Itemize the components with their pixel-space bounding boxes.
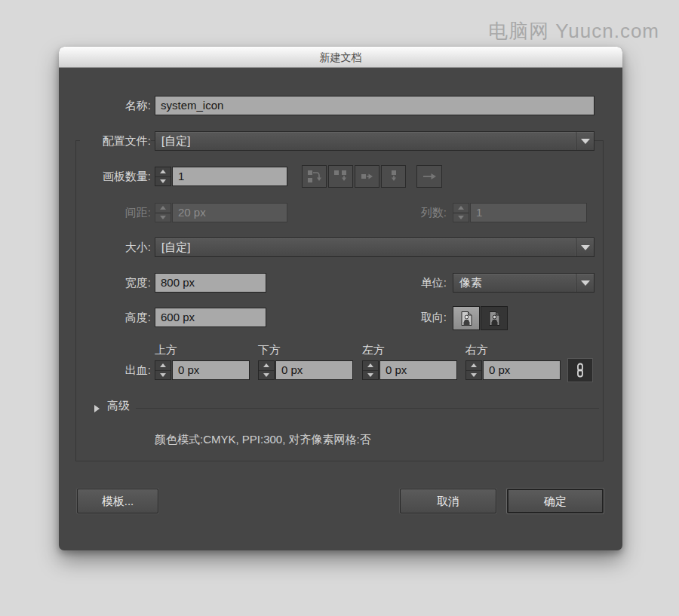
stepper-up-button[interactable] bbox=[259, 361, 274, 370]
portrait-orientation-button[interactable] bbox=[453, 306, 480, 330]
profile-dropdown-arrow-button[interactable] bbox=[576, 132, 594, 150]
stepper-up-icon bbox=[471, 363, 477, 367]
bleed-label: 出血: bbox=[74, 360, 151, 380]
advanced-section-toggle[interactable]: 高级 bbox=[107, 399, 130, 413]
watermark: 电脑网 Yuucn.com bbox=[488, 18, 659, 44]
bleed-left-header: 左方 bbox=[362, 343, 385, 356]
cancel-button[interactable]: 取消 bbox=[400, 489, 496, 513]
stepper-down-icon bbox=[160, 216, 166, 219]
chevron-down-icon bbox=[581, 139, 590, 144]
stepper-down-button[interactable] bbox=[466, 370, 481, 380]
orientation-buttons bbox=[453, 306, 508, 330]
stepper-down-button bbox=[155, 213, 171, 222]
units-label: 单位: bbox=[385, 273, 447, 293]
units-dropdown-arrow-button[interactable] bbox=[576, 274, 594, 292]
stepper-up-icon bbox=[367, 363, 373, 367]
bleed-top-stepper bbox=[155, 360, 171, 380]
units-dropdown[interactable]: 像素 bbox=[453, 273, 595, 293]
bleed-top-header: 上方 bbox=[155, 343, 177, 356]
stepper-down-button[interactable] bbox=[155, 370, 171, 380]
stepper-up-icon bbox=[263, 363, 269, 367]
size-dropdown[interactable]: [自定] bbox=[155, 238, 595, 257]
profile-dropdown[interactable]: [自定] bbox=[155, 131, 595, 151]
bleed-left-stepper bbox=[362, 360, 379, 380]
columns-label: 列数: bbox=[385, 203, 447, 222]
layout-direction-arrow-icon bbox=[421, 169, 438, 184]
stepper-up-button[interactable] bbox=[155, 167, 171, 176]
stepper-down-button[interactable] bbox=[363, 370, 378, 380]
stepper-up-icon bbox=[160, 170, 166, 173]
grid-by-column-button[interactable] bbox=[328, 165, 353, 188]
stepper-down-icon bbox=[367, 373, 373, 377]
arrange-by-column-icon bbox=[386, 169, 402, 184]
stepper-down-icon bbox=[458, 216, 464, 219]
ok-button[interactable]: 确定 bbox=[507, 489, 604, 513]
name-input[interactable]: system_icon bbox=[155, 96, 595, 115]
units-value: 像素 bbox=[459, 276, 482, 289]
portrait-orientation-icon bbox=[460, 311, 473, 326]
stepper-down-button[interactable] bbox=[259, 370, 274, 380]
chevron-down-icon bbox=[581, 245, 590, 250]
stepper-up-icon bbox=[160, 206, 166, 210]
stepper-down-icon bbox=[471, 373, 477, 377]
height-input[interactable]: 600 px bbox=[155, 308, 266, 327]
bleed-right-header: 右方 bbox=[465, 343, 488, 356]
size-label: 大小: bbox=[74, 238, 151, 257]
stepper-down-icon bbox=[160, 373, 166, 377]
grid-by-row-button[interactable] bbox=[302, 165, 327, 188]
profile-label: 配置文件: bbox=[80, 131, 151, 151]
bleed-bottom-stepper bbox=[258, 360, 275, 380]
profile-value: [自定] bbox=[161, 134, 190, 147]
layout-direction-button[interactable] bbox=[416, 165, 442, 188]
spacing-stepper bbox=[155, 203, 171, 222]
disclosure-triangle-icon[interactable] bbox=[94, 405, 100, 412]
height-label: 高度: bbox=[74, 308, 151, 327]
document-settings-groupbox bbox=[75, 140, 604, 461]
columns-stepper bbox=[453, 203, 469, 222]
artboard-layout-buttons bbox=[302, 165, 406, 188]
bleed-top-input[interactable]: 0 px bbox=[172, 360, 250, 380]
stepper-up-icon bbox=[458, 206, 464, 210]
grid-by-column-icon bbox=[333, 169, 349, 184]
size-dropdown-arrow-button[interactable] bbox=[576, 238, 594, 256]
arrange-by-column-button[interactable] bbox=[381, 165, 406, 188]
name-label: 名称: bbox=[74, 96, 151, 115]
templates-button[interactable]: 模板... bbox=[77, 489, 158, 513]
new-document-dialog: 新建文档 名称: system_icon 配置文件: [自定] 画板数量: 1 bbox=[59, 47, 622, 550]
spacing-label: 间距: bbox=[74, 203, 151, 222]
dialog-title: 新建文档 bbox=[320, 51, 362, 63]
bleed-left-input[interactable]: 0 px bbox=[379, 360, 457, 380]
grid-by-row-icon bbox=[306, 169, 323, 184]
artboards-stepper bbox=[155, 167, 171, 186]
spacing-input: 20 px bbox=[172, 203, 287, 222]
columns-input: 1 bbox=[470, 203, 587, 222]
bleed-bottom-header: 下方 bbox=[258, 343, 281, 356]
stepper-up-button bbox=[155, 204, 171, 213]
chevron-down-icon bbox=[581, 280, 590, 286]
stepper-up-button[interactable] bbox=[466, 361, 481, 370]
artboards-input[interactable]: 1 bbox=[172, 167, 287, 186]
orientation-label: 取向: bbox=[385, 308, 447, 327]
landscape-orientation-icon bbox=[488, 311, 501, 326]
stepper-down-icon bbox=[263, 373, 269, 377]
stepper-up-button[interactable] bbox=[363, 361, 378, 370]
link-icon bbox=[575, 363, 585, 378]
width-input[interactable]: 800 px bbox=[155, 273, 266, 293]
arrange-by-row-button[interactable] bbox=[355, 165, 379, 188]
landscape-orientation-button[interactable] bbox=[481, 306, 508, 330]
artboards-label: 画板数量: bbox=[74, 167, 151, 186]
stepper-down-icon bbox=[160, 179, 166, 183]
bleed-bottom-input[interactable]: 0 px bbox=[275, 360, 353, 380]
stepper-down-button bbox=[453, 213, 469, 222]
stepper-down-button[interactable] bbox=[155, 176, 171, 186]
document-summary-text: 颜色模式:CMYK, PPI:300, 对齐像素网格:否 bbox=[155, 433, 371, 447]
bleed-link-button[interactable] bbox=[567, 358, 593, 382]
bleed-right-input[interactable]: 0 px bbox=[483, 360, 561, 380]
size-value: [自定] bbox=[161, 241, 190, 253]
stepper-up-button[interactable] bbox=[155, 361, 171, 370]
arrange-by-row-icon bbox=[359, 169, 376, 184]
dialog-titlebar[interactable]: 新建文档 bbox=[59, 47, 622, 68]
bleed-right-stepper bbox=[465, 360, 482, 380]
advanced-divider bbox=[136, 408, 599, 409]
stepper-up-button bbox=[453, 204, 469, 213]
